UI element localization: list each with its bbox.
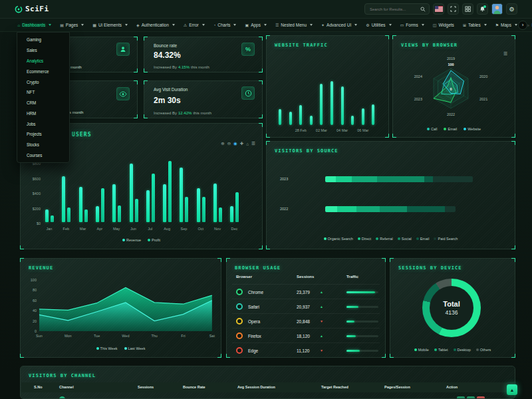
dropdown-item-crm[interactable]: CRM [17, 98, 69, 108]
corner-bracket [144, 80, 148, 84]
table-row-opera[interactable]: Opera20,848▼ [232, 313, 380, 328]
legend-item: Email [444, 127, 457, 131]
fullscreen-icon [450, 6, 456, 12]
source-segment [352, 176, 377, 182]
dropdown-item-gaming[interactable]: Gaming [17, 35, 69, 45]
x-axis-label: Jan [41, 227, 57, 231]
delete-button[interactable] [477, 396, 485, 399]
card-title: REVENUE [29, 265, 53, 271]
dropdown-item-nft[interactable]: NFT [17, 87, 69, 98]
apps-grid-icon [465, 6, 471, 12]
edge-browser-icon [236, 347, 243, 354]
revenue-bar [146, 190, 150, 222]
chevron-down-icon [310, 24, 313, 26]
views-by-browser-card: VIEWS BY BROWSER ☰ 201920202021202220232… [392, 35, 515, 138]
table-row-firefox[interactable]: Firefox18,120▲ [232, 328, 380, 342]
scifi-logo-icon [15, 5, 23, 13]
channel-table-row[interactable] [21, 396, 515, 399]
nav-item-charts[interactable]: ◔Charts [209, 23, 241, 27]
global-search[interactable] [364, 3, 430, 15]
nav-item-pages[interactable]: ▤Pages [56, 23, 88, 27]
search-input[interactable] [368, 7, 418, 12]
revenue-chart-card: REVENUE 100806040200SunMonTueWedThuFriSa… [20, 258, 221, 358]
dropdown-item-hrm[interactable]: HRM [17, 108, 69, 118]
legend-item: Email [416, 237, 430, 241]
nav-item-dashboards[interactable]: ⌂Dashboards [13, 23, 56, 27]
corner-bracket [385, 35, 389, 39]
card-title: USERS [72, 132, 92, 138]
dropdown-item-sales[interactable]: Sales [17, 45, 69, 56]
nav-item-authentication[interactable]: ◈Authentication [132, 23, 180, 27]
dropdown-item-ecommerce[interactable]: Ecommerce [17, 66, 69, 76]
legend-item: Tablet [434, 348, 448, 352]
zoom-out-icon[interactable]: ⊖ [227, 141, 231, 146]
radar-chart: 2019202020212022202320241000 [393, 36, 515, 141]
svg-text:Fri: Fri [181, 334, 185, 338]
search-icon[interactable] [420, 7, 426, 12]
revenue-bar [163, 184, 166, 222]
svg-text:2020: 2020 [479, 74, 487, 78]
nav-item-ui-elements[interactable]: ▦Ui Elements [88, 23, 132, 27]
nav-item-apps[interactable]: ▣Apps [241, 23, 271, 27]
corner-bracket [511, 245, 515, 249]
us-flag-icon [435, 6, 443, 12]
dropdown-item-courses[interactable]: Courses [17, 150, 69, 161]
profit-bar [202, 197, 205, 222]
dropdown-item-analytics[interactable]: Analytics [17, 56, 69, 66]
zoom-in-icon[interactable]: ⊕ [221, 141, 224, 146]
nav-item-error[interactable]: ⚠Error [179, 23, 209, 27]
gear-icon: ⚙ [509, 6, 514, 13]
language-flag-button[interactable] [433, 3, 444, 15]
nav-item-label: Forms [406, 23, 418, 27]
edit-button[interactable] [467, 396, 475, 399]
reset-zoom-icon[interactable]: ⌂ [246, 142, 249, 146]
chart-menu-icon[interactable]: ☰ [251, 141, 255, 146]
nav-item-utilities[interactable]: ⚙Utilities [362, 23, 396, 27]
chart-menu-icon[interactable]: ☰ [503, 51, 507, 57]
dropdown-item-jobs[interactable]: Jobs [17, 118, 69, 129]
nav-item-label: Maps [501, 23, 511, 27]
card-title: SESSIONS BY DEVICE [398, 265, 462, 271]
nav-scroll-right-button[interactable]: › [518, 21, 527, 30]
panning-icon[interactable]: ✚ [240, 141, 243, 146]
settings-button[interactable]: ⚙ [506, 3, 517, 15]
dropdown-item-projects[interactable]: Projects [17, 129, 69, 140]
user-avatar[interactable] [491, 3, 503, 15]
revenue-bar [197, 188, 200, 222]
corner-bracket [259, 80, 263, 84]
dropdown-item-stocks[interactable]: Stocks [17, 140, 69, 150]
traffic-bar [351, 116, 354, 125]
scroll-to-top-button[interactable]: ▲ [507, 384, 517, 395]
nav-item-label: Utilities [372, 23, 386, 27]
corner-bracket [259, 245, 263, 249]
nav-item-forms[interactable]: ▭Forms [396, 23, 428, 27]
view-button[interactable] [457, 396, 465, 399]
table-row-edge[interactable]: Edge11,120▼ [232, 342, 380, 357]
brand-logo[interactable]: SciFi [15, 5, 49, 13]
stat-title: Avg Visit Duration [154, 87, 188, 92]
nav-item-nested-menu[interactable]: ☰Nested Menu [271, 23, 317, 27]
source-stacked-bar [325, 206, 456, 212]
browser-sessions: 23,379 [297, 290, 310, 295]
svg-text:0: 0 [450, 87, 452, 91]
notifications-button[interactable] [477, 3, 488, 15]
fullscreen-button[interactable] [448, 3, 459, 15]
nav-item-advanced-ui[interactable]: ✦Advanced UI [317, 23, 362, 27]
traffic-bar-track [346, 350, 378, 352]
svg-text:Sun: Sun [36, 334, 43, 338]
source-row-label: 2022 [280, 207, 288, 211]
nav-item-widgets[interactable]: ◫Widgets [428, 23, 458, 27]
profit-bar [67, 207, 70, 223]
dropdown-item-crypto[interactable]: Crypto [17, 76, 69, 87]
svg-text:20: 20 [33, 319, 37, 323]
corner-bracket [259, 123, 263, 127]
eye-icon [116, 87, 130, 100]
selection-zoom-icon[interactable]: ◉ [233, 141, 237, 146]
table-row-chrome[interactable]: Chrome23,379▲ [232, 284, 380, 299]
apps-grid-button[interactable] [462, 3, 473, 15]
table-row-safari[interactable]: Safari20,937▲ [232, 299, 380, 313]
nav-item-maps[interactable]: ⚑Maps [491, 23, 521, 27]
revenue-bar [79, 187, 82, 222]
nav-item-tables[interactable]: ⊞Tables [458, 23, 491, 27]
x-axis-label: Dec [226, 227, 242, 231]
